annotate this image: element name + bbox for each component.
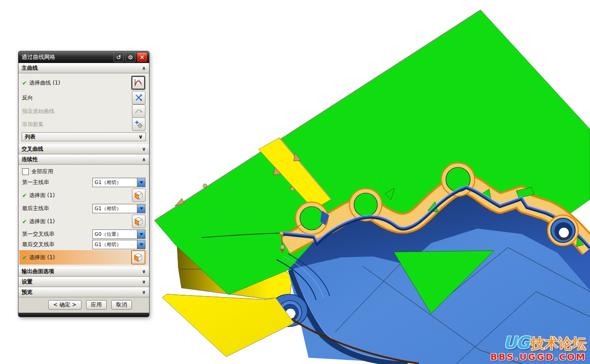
last-cross-value: G1（相切） <box>93 240 137 249</box>
section-preview-label: 预览 <box>22 288 32 296</box>
last-primary-value: G1（相切） <box>93 204 137 213</box>
first-cross-label: 第一交叉线串 <box>22 230 92 238</box>
select-curve-label: 选择曲线 (1) <box>29 79 131 87</box>
face-cube-icon <box>133 252 143 262</box>
list-label: 列表 <box>25 133 36 141</box>
dropdown-arrow-icon[interactable] <box>137 240 145 249</box>
section-settings[interactable]: 设置 ∨ <box>18 277 149 287</box>
first-cross-row: 第一交叉线串 G0（位置） <box>18 229 149 239</box>
boss-right[interactable] <box>548 215 578 246</box>
dropdown-arrow-icon[interactable] <box>137 178 145 187</box>
section-output-options[interactable]: 输出曲面选项 ∨ <box>18 266 149 277</box>
apply-button[interactable]: 应用 <box>86 300 107 310</box>
gasket-hole-1 <box>300 207 323 230</box>
face-cube-icon <box>134 190 144 200</box>
face-select-button-1[interactable] <box>132 189 145 202</box>
chevron-down-icon[interactable]: ∨ <box>142 269 146 274</box>
select-face-2-row[interactable]: ✔ 选择面 (1) <box>18 214 149 229</box>
section-continuity[interactable]: 连续性 ∧ <box>18 154 149 165</box>
dropdown-arrow-icon[interactable] <box>137 204 145 213</box>
boss-right-hole <box>559 228 569 238</box>
face-select-button-2[interactable] <box>132 215 145 228</box>
first-cross-value: G0（位置） <box>93 230 137 238</box>
dialog-titlebar[interactable]: 通过曲线网格 ↺ ⚙ ✕ <box>18 51 149 63</box>
chevron-down-icon[interactable]: ∨ <box>142 289 146 295</box>
section-settings-label: 设置 <box>22 278 32 286</box>
ok-button[interactable]: < 确定 > <box>48 300 82 310</box>
first-primary-dropdown[interactable]: G1（相切） <box>92 178 145 187</box>
gear-icon[interactable]: ⚙ <box>125 52 136 62</box>
apply-all-label: 全部应用 <box>32 168 145 175</box>
select-face-2-label: 选择面 (1) <box>29 218 132 225</box>
select-face-3-row-highlighted[interactable]: ✔ 选择面 (1) <box>19 250 148 265</box>
chevron-down-icon[interactable]: ∨ <box>142 146 146 152</box>
section-continuity-label: 连续性 <box>22 156 38 163</box>
last-primary-dropdown[interactable]: G1（相切） <box>92 204 145 213</box>
face-select-button-3[interactable] <box>131 250 145 265</box>
select-face-1-label: 选择面 (1) <box>29 192 132 199</box>
last-cross-dropdown[interactable]: G1（相切） <box>92 240 145 249</box>
apply-all-row[interactable]: 全部应用 <box>18 166 149 177</box>
check-icon: ✔ <box>22 192 27 199</box>
select-face-3-label: 选择面 (1) <box>29 254 131 261</box>
dialog-title: 通过曲线网格 <box>22 54 112 61</box>
section-primary-curve-label: 主曲线 <box>22 64 38 72</box>
select-curve-row[interactable]: ✔ 选择曲线 (1) <box>18 75 149 91</box>
chevron-up-icon[interactable]: ∧ <box>142 65 146 71</box>
last-primary-label: 最后主线串 <box>22 205 92 212</box>
chevron-up-icon[interactable]: ∧ <box>142 157 146 162</box>
face-cube-icon <box>134 216 144 226</box>
add-new-set-label: 添加新集 <box>22 121 132 128</box>
first-cross-dropdown[interactable]: G0（位置） <box>92 229 145 239</box>
origin-curve-icon <box>134 107 143 116</box>
curve-select-button[interactable] <box>131 76 145 90</box>
check-icon: ✔ <box>22 80 27 86</box>
continuity-body: 全部应用 第一主线串 G1（相切） ✔ 选择面 (1) <box>18 165 149 266</box>
last-primary-row: 最后主线串 G1（相切） <box>18 203 149 214</box>
last-cross-row: 最后交叉线串 G1（相切） <box>18 239 149 250</box>
dropdown-arrow-icon[interactable] <box>137 230 145 238</box>
first-primary-row: 第一主线串 G1（相切） <box>18 177 149 188</box>
section-cross-curve[interactable]: 交叉曲线 ∨ <box>18 144 149 154</box>
close-icon[interactable]: ✕ <box>137 52 147 62</box>
origin-curve-label: 指定原始曲线 <box>22 108 132 115</box>
apply-all-checkbox[interactable] <box>22 168 29 175</box>
section-cross-curve-label: 交叉曲线 <box>22 145 43 153</box>
cancel-button[interactable]: 取消 <box>111 300 132 310</box>
add-new-set-icon <box>134 120 143 129</box>
curve-icon <box>133 78 143 88</box>
dialog-resize-bar[interactable] <box>18 313 149 317</box>
application-window: UG技术论坛 BBS.UGGD.COM 通过曲线网格 ↺ ⚙ ✕ 主曲线 ∧ ✔… <box>0 0 590 364</box>
first-primary-label: 第一主线串 <box>22 179 92 186</box>
origin-curve-row[interactable]: 指定原始曲线 <box>18 104 149 118</box>
origin-curve-button[interactable] <box>132 104 145 118</box>
gasket-hole-2 <box>354 193 377 216</box>
reverse-label: 反向 <box>22 94 132 102</box>
dialog-button-row: < 确定 > 应用 取消 <box>18 297 149 312</box>
reverse-direction-icon <box>134 93 143 102</box>
section-preview[interactable]: 预览 ∨ <box>18 287 149 297</box>
reverse-row[interactable]: 反向 <box>18 91 149 104</box>
reset-icon[interactable]: ↺ <box>113 52 124 62</box>
section-output-options-label: 输出曲面选项 <box>22 268 54 275</box>
check-icon: ✔ <box>22 254 27 261</box>
primary-curve-body: ✔ 选择曲线 (1) 反向 <box>18 73 149 144</box>
select-face-1-row[interactable]: ✔ 选择面 (1) <box>18 188 149 203</box>
section-primary-curve[interactable]: 主曲线 ∧ <box>18 63 149 73</box>
reverse-direction-button[interactable] <box>132 91 145 104</box>
add-new-set-row[interactable]: 添加新集 <box>18 118 149 130</box>
check-icon: ✔ <box>22 218 27 225</box>
list-expander[interactable]: 列表 ∨ <box>22 132 146 141</box>
last-cross-label: 最后交叉线串 <box>22 241 92 248</box>
chevron-down-icon[interactable]: ∨ <box>142 279 146 285</box>
yellow-flat-panel[interactable] <box>162 294 294 357</box>
chevron-down-icon[interactable]: ∨ <box>138 134 143 140</box>
add-new-set-button[interactable] <box>132 117 145 131</box>
first-primary-value: G1（相切） <box>93 178 137 187</box>
through-curve-mesh-dialog: 通过曲线网格 ↺ ⚙ ✕ 主曲线 ∧ ✔ 选择曲线 (1) <box>18 51 150 317</box>
